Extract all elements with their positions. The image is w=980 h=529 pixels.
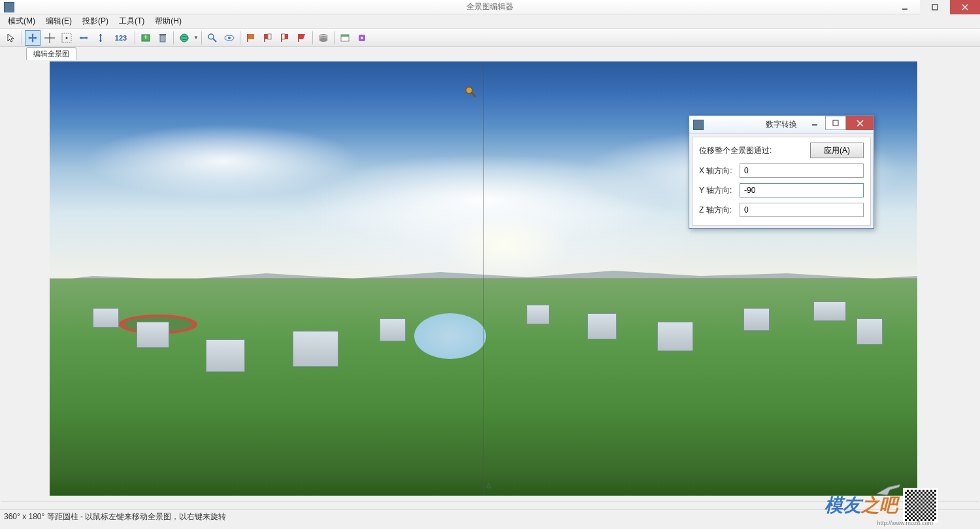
svg-point-37 <box>319 38 327 41</box>
menu-tools[interactable]: 工具(T) <box>114 14 150 28</box>
svg-rect-19 <box>159 34 166 35</box>
sphere-dropdown[interactable]: ▼ <box>193 30 199 46</box>
maximize-button[interactable] <box>920 0 950 14</box>
app-icon <box>4 2 14 12</box>
dialog-minimize-button[interactable] <box>804 116 825 130</box>
svg-text:+: + <box>143 33 148 42</box>
watermark-text-1: 模友 <box>825 493 861 518</box>
crosshair-tool[interactable] <box>42 30 57 46</box>
y-axis-input[interactable] <box>740 183 864 197</box>
center-point-icon <box>61 33 72 43</box>
flag-1-tool[interactable] <box>243 30 259 46</box>
flag-orange-icon <box>246 33 256 43</box>
separator <box>173 31 174 44</box>
title-bar: 全景图编辑器 <box>0 0 980 14</box>
layers-tool[interactable] <box>316 30 331 46</box>
z-axis-input[interactable] <box>740 203 864 217</box>
svg-line-42 <box>472 93 476 97</box>
dialog-description: 位移整个全景图通过: <box>699 145 810 156</box>
delete-mask-tool[interactable] <box>155 30 171 46</box>
svg-point-22 <box>208 34 214 39</box>
menu-edit[interactable]: 编辑(E) <box>41 14 77 28</box>
mask-add-icon: + <box>140 33 151 43</box>
tab-edit-panorama[interactable]: 编辑全景图 <box>26 47 76 60</box>
flag-red-skew-icon <box>297 33 307 43</box>
window-title: 全景图编辑器 <box>0 1 980 12</box>
center-point-tool[interactable] <box>59 30 74 46</box>
watermark: 模友 之吧 <box>768 486 938 525</box>
straighten-tool[interactable] <box>76 30 91 46</box>
pointer-icon <box>6 33 16 43</box>
magnifier-icon <box>207 33 218 43</box>
crosshair-icon <box>44 33 55 43</box>
tab-bar: 编辑全景图 <box>0 47 980 60</box>
separator <box>334 31 335 44</box>
numeric-icon: 123 <box>115 34 127 42</box>
z-axis-label: Z 轴方向: <box>699 205 740 216</box>
watermark-logo: 模友 之吧 <box>825 493 898 518</box>
dialog-app-icon <box>693 120 704 130</box>
move-tool[interactable] <box>25 30 41 46</box>
sphere-tool[interactable] <box>176 30 192 46</box>
svg-rect-39 <box>341 35 349 37</box>
flag-3-tool[interactable] <box>277 30 293 46</box>
add-mask-tool[interactable]: + <box>138 30 154 46</box>
svg-point-20 <box>180 34 188 42</box>
separator <box>22 31 22 44</box>
flag-4-tool[interactable] <box>294 30 310 46</box>
zoom-tool[interactable] <box>204 30 220 46</box>
vertical-line-icon <box>95 33 106 43</box>
toolbar: 123 + ▼ <box>0 29 980 47</box>
window-new-icon <box>340 33 350 43</box>
y-axis-label: Y 轴方向: <box>699 185 740 196</box>
flag-red-left-icon <box>263 33 273 43</box>
separator <box>135 31 135 44</box>
vertical-line-tool[interactable] <box>93 30 108 46</box>
svg-rect-18 <box>160 35 165 42</box>
numeric-tool[interactable]: 123 <box>110 30 132 46</box>
watermark-text-2: 之吧 <box>861 493 898 518</box>
menu-help[interactable]: 帮助(H) <box>150 14 187 28</box>
flag-2-tool[interactable] <box>260 30 276 46</box>
separator <box>312 31 313 44</box>
menu-projection[interactable]: 投影(P) <box>77 14 114 28</box>
svg-rect-29 <box>268 34 271 39</box>
watermark-url: http://www.moz8.com <box>877 520 933 526</box>
new-window-tool[interactable] <box>337 30 353 46</box>
x-axis-input[interactable] <box>740 163 864 178</box>
sphere-icon <box>179 33 189 43</box>
svg-rect-44 <box>833 120 838 126</box>
svg-point-25 <box>228 37 231 39</box>
svg-point-41 <box>466 87 472 94</box>
magnifier-cursor-icon <box>464 85 477 98</box>
svg-line-23 <box>213 39 216 42</box>
dialog-body: 位移整个全景图通过: 应用(A) X 轴方向: Y 轴方向: Z 轴方向: <box>692 137 871 226</box>
export-icon <box>357 33 367 43</box>
menu-mode[interactable]: 模式(M) <box>3 14 41 28</box>
minimize-button[interactable] <box>890 0 920 14</box>
eye-icon <box>224 33 235 43</box>
svg-rect-26 <box>248 34 254 39</box>
window-controls <box>890 0 980 14</box>
preview-tool[interactable] <box>221 30 237 46</box>
flag-red-right-icon <box>280 33 290 43</box>
x-axis-label: X 轴方向: <box>699 165 740 177</box>
svg-point-9 <box>66 37 68 39</box>
export-tool[interactable] <box>354 30 370 46</box>
svg-rect-5 <box>30 37 35 39</box>
qr-code-icon <box>903 488 938 523</box>
straighten-icon <box>78 33 89 43</box>
pointer-tool[interactable] <box>3 30 19 46</box>
layers-icon <box>318 33 329 43</box>
close-button[interactable] <box>950 0 980 14</box>
dialog-maximize-button[interactable] <box>825 116 846 130</box>
crosshair-horizontal <box>50 279 917 279</box>
move-arrows-icon <box>27 33 38 43</box>
plane-icon <box>875 482 902 496</box>
dialog-title-bar[interactable]: 数字转换 <box>689 116 874 134</box>
status-text: 360° x 180° 等距圆柱 - 以鼠标左键来移动全景图，以右键来旋转 <box>4 512 226 521</box>
dialog-close-button[interactable] <box>846 116 874 130</box>
apply-button[interactable]: 应用(A) <box>810 143 864 158</box>
numeric-transform-dialog: 数字转换 位移整个全景图通过: 应用(A) X 轴方向: Y 轴方向: Z 轴方… <box>689 115 874 229</box>
slider-handle-icon[interactable]: △ <box>486 481 491 488</box>
